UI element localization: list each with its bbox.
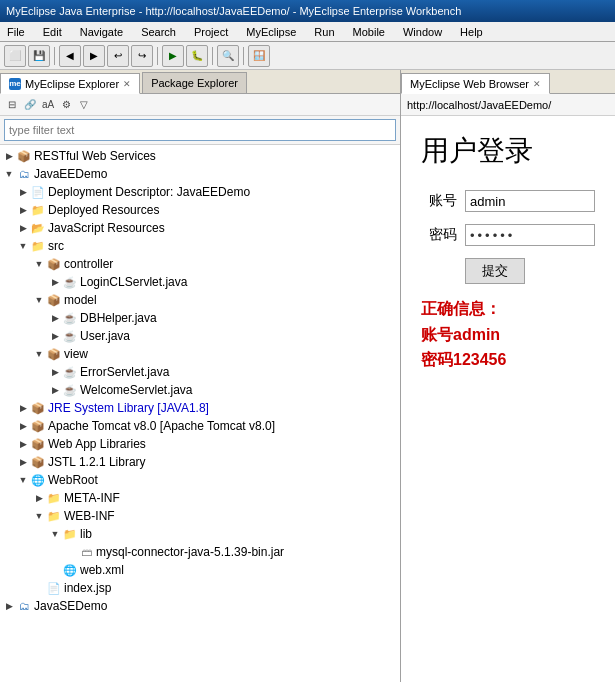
search-input[interactable] (4, 119, 396, 141)
tree-item-javaeeddemo[interactable]: ▼ 🗂 JavaEEDemo (0, 165, 400, 183)
browser-tab-bar: MyEclipse Web Browser ✕ (401, 70, 615, 94)
tab-close-explorer[interactable]: ✕ (123, 79, 131, 89)
tab-tb-menu[interactable]: ▽ (76, 97, 92, 113)
tree-item-lib[interactable]: ▼ 📁 lib (0, 525, 400, 543)
tree-item-index-jsp[interactable]: ▶ 📄 index.jsp (0, 579, 400, 597)
tree-view[interactable]: ▶ 📦 RESTful Web Services ▼ 🗂 JavaEEDemo … (0, 145, 400, 682)
tree-item-error-servlet[interactable]: ▶ ☕ ErrorServlet.java (0, 363, 400, 381)
expand-lib[interactable]: ▼ (48, 527, 62, 541)
browser-tab-close[interactable]: ✕ (533, 79, 541, 89)
tree-item-jstl[interactable]: ▶ 📦 JSTL 1.2.1 Library (0, 453, 400, 471)
tree-item-controller[interactable]: ▼ 📦 controller (0, 255, 400, 273)
tree-item-meta-inf[interactable]: ▶ 📁 META-INF (0, 489, 400, 507)
filter-row (0, 116, 400, 145)
web-icon-webroot: 🌐 (30, 472, 46, 488)
tab-myeclipse-explorer-label: MyEclipse Explorer (25, 78, 119, 90)
form-row-password: 密码 (421, 224, 595, 246)
expand-src[interactable]: ▼ (16, 239, 30, 253)
tree-item-deployed[interactable]: ▶ 📁 Deployed Resources (0, 201, 400, 219)
left-panel: me MyEclipse Explorer ✕ Package Explorer… (0, 70, 401, 682)
expand-login-servlet[interactable]: ▶ (48, 275, 62, 289)
tree-item-javase[interactable]: ▶ 🗂 JavaSEDemo (0, 597, 400, 615)
tree-item-welcome-servlet[interactable]: ▶ ☕ WelcomeServlet.java (0, 381, 400, 399)
menu-help[interactable]: Help (457, 25, 486, 39)
tree-item-jsresources[interactable]: ▶ 📂 JavaScript Resources (0, 219, 400, 237)
expand-welcome-servlet[interactable]: ▶ (48, 383, 62, 397)
tree-item-webapp-libs[interactable]: ▶ 📦 Web App Libraries (0, 435, 400, 453)
expand-webroot[interactable]: ▼ (16, 473, 30, 487)
tb-btn-save[interactable]: 💾 (28, 45, 50, 67)
tb-btn-back[interactable]: ◀ (59, 45, 81, 67)
menu-run[interactable]: Run (311, 25, 337, 39)
expand-jre[interactable]: ▶ (16, 401, 30, 415)
tb-btn-debug[interactable]: 🐛 (186, 45, 208, 67)
menu-edit[interactable]: Edit (40, 25, 65, 39)
java-icon-error: ☕ (62, 364, 78, 380)
tab-tb-aa[interactable]: aA (40, 97, 56, 113)
tab-tb-link[interactable]: 🔗 (22, 97, 38, 113)
menu-file[interactable]: File (4, 25, 28, 39)
tb-btn-fwd[interactable]: ▶ (83, 45, 105, 67)
tree-item-restful[interactable]: ▶ 📦 RESTful Web Services (0, 147, 400, 165)
tree-item-jre[interactable]: ▶ 📦 JRE System Library [JAVA1.8] (0, 399, 400, 417)
tree-item-mysql-jar[interactable]: ▶ 🗃 mysql-connector-java-5.1.39-bin.jar (0, 543, 400, 561)
tab-web-browser[interactable]: MyEclipse Web Browser ✕ (401, 73, 550, 94)
menu-myeclipse[interactable]: MyEclipse (243, 25, 299, 39)
tree-label-web-inf: WEB-INF (64, 507, 115, 525)
expand-restful[interactable]: ▶ (2, 149, 16, 163)
tree-item-deployment[interactable]: ▶ 📄 Deployment Descriptor: JavaEEDemo (0, 183, 400, 201)
browser-tab-label: MyEclipse Web Browser (410, 78, 529, 90)
tree-item-web-xml[interactable]: ▶ 🌐 web.xml (0, 561, 400, 579)
tab-tb-filter[interactable]: ⚙ (58, 97, 74, 113)
tab-myeclipse-explorer[interactable]: me MyEclipse Explorer ✕ (0, 73, 140, 94)
lib-icon: 📦 (16, 148, 32, 164)
folder-icon-deployed: 📁 (30, 202, 46, 218)
password-input[interactable] (465, 224, 595, 246)
tab-tb-collapse[interactable]: ⊟ (4, 97, 20, 113)
expand-javase[interactable]: ▶ (2, 599, 16, 613)
xml-icon-web: 🌐 (62, 562, 78, 578)
expand-user[interactable]: ▶ (48, 329, 62, 343)
tree-item-webroot[interactable]: ▼ 🌐 WebRoot (0, 471, 400, 489)
tree-label-deployment: Deployment Descriptor: JavaEEDemo (48, 183, 250, 201)
tb-separator-2 (157, 47, 158, 65)
menu-project[interactable]: Project (191, 25, 231, 39)
tree-item-dbhelper[interactable]: ▶ ☕ DBHelper.java (0, 309, 400, 327)
username-input[interactable] (465, 190, 595, 212)
expand-meta-inf[interactable]: ▶ (32, 491, 46, 505)
tree-item-tomcat[interactable]: ▶ 📦 Apache Tomcat v8.0 [Apache Tomcat v8… (0, 417, 400, 435)
menu-navigate[interactable]: Navigate (77, 25, 126, 39)
menu-window[interactable]: Window (400, 25, 445, 39)
expand-error-servlet[interactable]: ▶ (48, 365, 62, 379)
tb-btn-redo[interactable]: ↪ (131, 45, 153, 67)
tree-item-user[interactable]: ▶ ☕ User.java (0, 327, 400, 345)
tab-package-explorer[interactable]: Package Explorer (142, 72, 247, 93)
expand-dbhelper[interactable]: ▶ (48, 311, 62, 325)
tb-btn-new[interactable]: ⬜ (4, 45, 26, 67)
tb-btn-perspective[interactable]: 🪟 (248, 45, 270, 67)
tb-btn-run[interactable]: ▶ (162, 45, 184, 67)
expand-model[interactable]: ▼ (32, 293, 46, 307)
expand-jsresources[interactable]: ▶ (16, 221, 30, 235)
menu-mobile[interactable]: Mobile (350, 25, 388, 39)
tree-label-jstl: JSTL 1.2.1 Library (48, 453, 146, 471)
submit-button[interactable]: 提交 (465, 258, 525, 284)
tb-btn-search[interactable]: 🔍 (217, 45, 239, 67)
tree-item-model[interactable]: ▼ 📦 model (0, 291, 400, 309)
expand-view[interactable]: ▼ (32, 347, 46, 361)
tree-item-view[interactable]: ▼ 📦 view (0, 345, 400, 363)
menu-search[interactable]: Search (138, 25, 179, 39)
expand-webapp-libs[interactable]: ▶ (16, 437, 30, 451)
expand-tomcat[interactable]: ▶ (16, 419, 30, 433)
expand-javaeeddemo[interactable]: ▼ (2, 167, 16, 181)
tree-item-src[interactable]: ▼ 📁 src (0, 237, 400, 255)
tree-item-login-servlet[interactable]: ▶ ☕ LoginCLServlet.java (0, 273, 400, 291)
expand-web-inf[interactable]: ▼ (32, 509, 46, 523)
expand-deployed[interactable]: ▶ (16, 203, 30, 217)
tree-item-web-inf[interactable]: ▼ 📁 WEB-INF (0, 507, 400, 525)
expand-deployment[interactable]: ▶ (16, 185, 30, 199)
expand-jstl[interactable]: ▶ (16, 455, 30, 469)
tb-btn-undo[interactable]: ↩ (107, 45, 129, 67)
expand-controller[interactable]: ▼ (32, 257, 46, 271)
tree-label-dbhelper: DBHelper.java (80, 309, 157, 327)
